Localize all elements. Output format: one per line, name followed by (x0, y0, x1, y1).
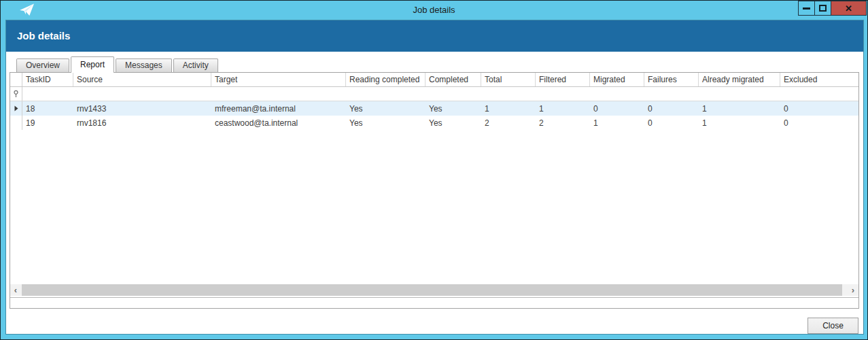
filter-cell[interactable] (346, 87, 426, 101)
tab-bar: OverviewReportMessagesActivity (16, 56, 220, 72)
cell: 1 (536, 101, 590, 116)
tab-report[interactable]: Report (71, 56, 114, 73)
scroll-left-icon[interactable]: ‹ (10, 284, 21, 296)
cell: 1 (590, 116, 644, 130)
row-indicator (10, 116, 22, 130)
cell: 2 (536, 116, 590, 130)
minimize-button[interactable] (798, 1, 815, 16)
cell: mfreeman@ta.internal (211, 101, 346, 116)
column-header-already-migrated[interactable]: Already migrated (699, 73, 780, 86)
content-area: Job details OverviewReportMessagesActivi… (6, 20, 863, 334)
filter-cell[interactable] (211, 87, 346, 101)
minimize-icon (803, 7, 810, 10)
scrollbar-horizontal[interactable]: ‹ › (10, 284, 858, 296)
cell: Yes (346, 101, 426, 116)
filter-row[interactable] (10, 87, 858, 101)
cell: 1 (699, 116, 780, 130)
filter-cell[interactable] (481, 87, 536, 101)
cell: rnv1816 (73, 116, 211, 130)
job-details-window: Job details ✕ Job details OverviewReport… (0, 0, 868, 340)
filter-cell[interactable] (22, 87, 73, 101)
column-header-taskid[interactable]: TaskID (22, 73, 73, 86)
grid-panel: TaskIDSourceTargetReading completedCompl… (10, 72, 859, 309)
close-button[interactable]: ✕ (831, 1, 867, 16)
table-row[interactable]: 18rnv1433mfreeman@ta.internalYesYes11001… (10, 101, 858, 116)
cell: 2 (481, 116, 536, 130)
cell: Yes (426, 101, 481, 116)
window-title: Job details (1, 1, 867, 20)
close-icon: ✕ (845, 4, 852, 13)
cell: 0 (780, 116, 858, 130)
column-header-reading-completed[interactable]: Reading completed (346, 73, 426, 86)
column-header-migrated[interactable]: Migrated (590, 73, 644, 86)
scroll-right-icon[interactable]: › (848, 284, 858, 296)
cell: 18 (22, 101, 73, 116)
filter-cell[interactable] (426, 87, 481, 101)
window-controls: ✕ (799, 1, 867, 16)
scrollbar-thumb[interactable] (22, 284, 842, 296)
filter-cell[interactable] (780, 87, 858, 101)
column-header-completed[interactable]: Completed (426, 73, 481, 86)
grid-bottom-border (10, 297, 858, 298)
tab-messages[interactable]: Messages (116, 58, 172, 72)
maximize-icon (819, 5, 827, 12)
grid-body: 18rnv1433mfreeman@ta.internalYesYes11001… (10, 101, 858, 130)
column-header-target[interactable]: Target (211, 73, 346, 86)
column-header-total[interactable]: Total (481, 73, 536, 86)
cell: 19 (22, 116, 73, 130)
maximize-button[interactable] (814, 1, 831, 16)
cell: 0 (780, 101, 858, 116)
focused-row-arrow-icon (10, 101, 22, 116)
column-header-failures[interactable]: Failures (644, 73, 699, 86)
cell: rnv1433 (73, 101, 211, 116)
cell: ceastwood@ta.internal (211, 116, 346, 130)
filter-cell[interactable] (590, 87, 644, 101)
cell: 1 (481, 101, 536, 116)
tab-overview[interactable]: Overview (16, 58, 69, 72)
filter-cell[interactable] (73, 87, 211, 101)
column-header-source[interactable]: Source (73, 73, 211, 86)
cell: Yes (426, 116, 481, 130)
column-header-excluded[interactable]: Excluded (780, 73, 858, 86)
titlebar[interactable]: Job details ✕ (1, 1, 867, 20)
grid-header: TaskIDSourceTargetReading completedCompl… (10, 73, 858, 87)
filter-cell[interactable] (536, 87, 590, 101)
filter-cell[interactable] (699, 87, 780, 101)
table-row[interactable]: 19rnv1816ceastwood@ta.internalYesYes2210… (10, 116, 858, 130)
cell: 0 (644, 116, 699, 130)
cell: 1 (699, 101, 780, 116)
filter-pin-icon (10, 87, 22, 101)
page-title: Job details (17, 30, 70, 41)
cell: Yes (346, 116, 426, 130)
header-band: Job details (6, 20, 863, 52)
row-indicator-header (10, 73, 22, 86)
filter-cell[interactable] (644, 87, 699, 101)
close-button[interactable]: Close (808, 318, 858, 334)
tab-activity[interactable]: Activity (173, 58, 218, 72)
column-header-filtered[interactable]: Filtered (536, 73, 590, 86)
cell: 0 (590, 101, 644, 116)
cell: 0 (644, 101, 699, 116)
